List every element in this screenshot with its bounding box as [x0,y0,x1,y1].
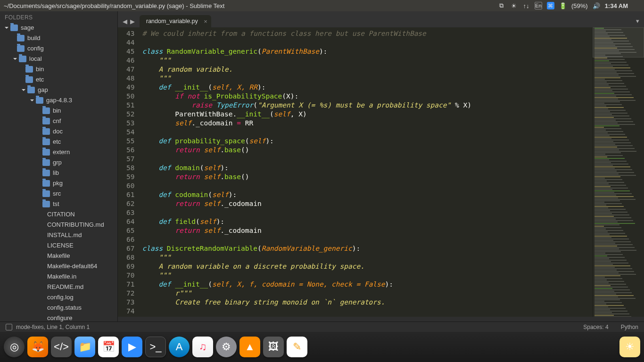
caret-down-icon [13,58,17,60]
folder-item[interactable]: etc [0,137,117,147]
file-item[interactable]: INSTALL.md [0,230,117,240]
system-tray: ⧉ ☀ ↑↓ En ⌘ 🔋 (59%) 🔊 1:34 AM [498,2,640,9]
tree-item-label: CONTRIBUTING.md [47,220,104,230]
file-item[interactable]: LICENSE [0,240,117,251]
folder-item[interactable]: pkg [0,178,117,189]
folder-icon [36,97,43,104]
tree-item-label: config.status [47,303,82,313]
tree-item-label: bin [36,65,44,74]
folder-item[interactable]: local [0,54,117,64]
brightness-icon[interactable]: ☀ [510,2,518,9]
dock-weather-icon[interactable]: ☀ [619,337,640,357]
file-item[interactable]: Makefile [0,251,117,261]
caret-down-icon [5,27,8,29]
battery-icon[interactable]: 🔋 [559,2,567,9]
file-item[interactable]: configure [0,313,117,321]
folder-icon [10,25,18,31]
folder-icon [42,118,50,124]
line-gutter: 4344454647484950515253545556575859606162… [118,27,140,317]
file-item[interactable]: Makefile.in [0,272,117,282]
dock-vlc-icon[interactable]: ▲ [239,337,260,357]
folder-icon [17,45,25,52]
folder-item[interactable]: bin [0,64,117,74]
editor-area[interactable]: 4344454647484950515253545556575859606162… [118,27,644,317]
folder-tree[interactable]: sagebuildconfiglocalbinetcgapgap-4.8.3bi… [0,23,117,321]
tree-item-label: grp [53,158,62,167]
nav-back-icon[interactable]: ◀ [123,18,129,25]
folder-item[interactable]: src [0,189,117,199]
dock-appstore-icon[interactable]: A [169,337,190,357]
folder-item[interactable]: gap [0,85,117,95]
dock-ubuntu-icon[interactable]: ◎ [4,337,25,357]
dock-screenshot-icon[interactable]: 🖼 [263,337,284,357]
tree-item-label: configure [47,313,72,321]
network-up-icon[interactable]: ↑↓ [522,2,530,9]
folder-item[interactable]: lib [0,168,117,178]
folder-icon [42,149,50,156]
folder-item[interactable]: doc [0,126,117,137]
dock-calendar-icon[interactable]: 📅 [98,337,119,357]
minimap[interactable] [592,27,644,317]
tab-active[interactable]: random_variable.py × [140,15,211,27]
clock: 1:34 AM [605,2,628,9]
tree-item-label: tst [53,199,59,209]
tab-label: random_variable.py [146,18,198,25]
sublime-window: FOLDERS sagebuildconfiglocalbinetcgapgap… [0,11,644,332]
file-item[interactable]: config.status [0,303,117,313]
file-item[interactable]: config.log [0,292,117,303]
folder-icon [25,66,33,73]
tree-item-label: lib [53,168,59,178]
minimap-viewport[interactable] [593,27,644,58]
dock-media-icon[interactable]: ▶ [122,337,142,357]
dock-terminal-icon[interactable]: >_ [145,337,166,357]
bluetooth-icon[interactable]: ⌘ [547,2,554,9]
tree-item-label: extern [53,148,70,157]
tab-dropdown-icon[interactable]: ▾ [631,17,644,27]
status-syntax[interactable]: Python [621,324,638,330]
folder-item[interactable]: bin [0,106,117,116]
dropbox-icon[interactable]: ⧉ [498,2,505,9]
dock-notes-icon[interactable]: ✎ [287,337,307,357]
folder-item[interactable]: tst [0,199,117,209]
folder-item[interactable]: etc [0,74,117,85]
tree-item-label: config [27,44,44,53]
nav-forward-icon[interactable]: ▶ [130,18,137,25]
menubar: ~/Documents/sage/src/sage/probability/ra… [0,0,644,11]
folder-item[interactable]: config [0,43,117,54]
close-icon[interactable]: × [204,18,207,25]
folder-item[interactable]: gap-4.8.3 [0,95,117,106]
folder-item[interactable]: build [0,33,117,43]
code-view[interactable]: # We could inherit from a functions clas… [140,27,592,317]
folder-icon [17,35,25,41]
tree-item-label: bin [53,106,61,115]
horizontal-scrollbar[interactable] [118,317,644,321]
keyboard-lang[interactable]: En [535,2,542,9]
status-indent[interactable]: Spaces: 4 [583,324,608,330]
dock-sublime-icon[interactable]: </> [51,337,72,357]
session-icon[interactable] [633,2,640,9]
panel-switcher-icon[interactable] [6,324,12,330]
folder-item[interactable]: cnf [0,116,117,126]
dock-firefox-icon[interactable]: 🦊 [27,337,48,357]
tree-item-label: etc [36,75,44,84]
folder-icon [19,56,26,62]
file-item[interactable]: Makefile-default64 [0,261,117,272]
folder-item[interactable]: grp [0,157,117,168]
tree-item-label: gap [38,85,48,95]
tree-item-label: LICENSE [47,241,74,250]
file-item[interactable]: CITATION [0,209,117,220]
file-item[interactable]: README.md [0,282,117,292]
folder-item[interactable]: sage [0,23,117,33]
dock: ◎🦊</>📁📅▶>_A♫⚙▲🖼✎☀ [0,332,644,362]
tab-bar: ◀ ▶ random_variable.py × ▾ [118,11,644,27]
volume-icon[interactable]: 🔊 [593,2,600,9]
dock-music-icon[interactable]: ♫ [192,337,213,357]
tree-item-label: gap-4.8.3 [46,96,72,105]
folder-item[interactable]: extern [0,147,117,157]
dock-settings-icon[interactable]: ⚙ [216,337,237,357]
folder-icon [42,180,50,187]
tree-item-label: doc [53,127,63,136]
tree-item-label: build [27,33,40,43]
file-item[interactable]: CONTRIBUTING.md [0,220,117,230]
dock-files-icon[interactable]: 📁 [74,337,95,357]
